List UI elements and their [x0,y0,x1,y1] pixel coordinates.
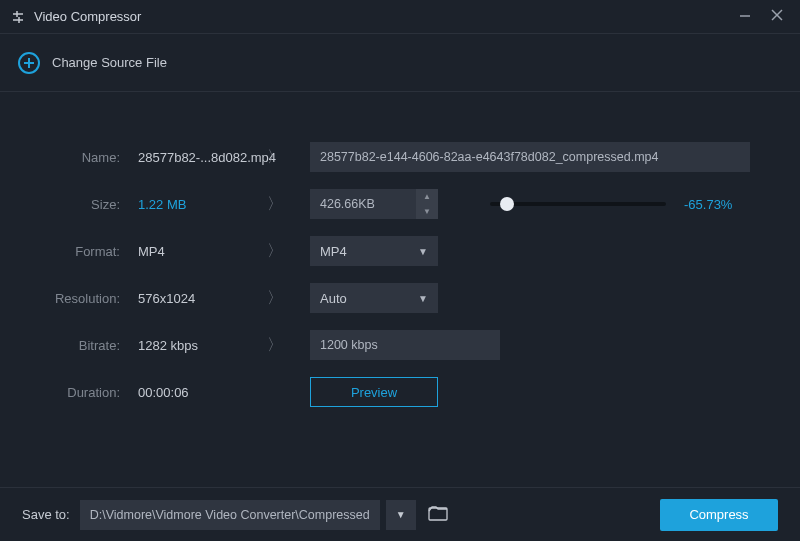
chevron-down-icon: ▼ [418,293,428,304]
size-slider[interactable] [490,202,666,206]
footer: Save to: D:\Vidmore\Vidmore Video Conver… [0,487,800,541]
step-down-icon[interactable]: ▼ [416,204,438,219]
name-label: Name: [0,150,120,165]
minimize-button[interactable] [738,8,752,26]
source-format: MP4 [120,244,240,259]
app-icon [10,9,26,25]
source-duration: 00:00:06 [120,385,240,400]
svg-rect-9 [429,508,447,520]
size-stepper[interactable]: ▲ ▼ [416,189,438,219]
bitrate-input[interactable] [310,330,500,360]
resolution-select-value: Auto [320,291,347,306]
format-label: Format: [0,244,120,259]
arrow-icon: 〉 [240,147,310,168]
source-name: 28577b82-...8d082.mp4 [120,150,240,165]
source-resolution: 576x1024 [120,291,240,306]
slider-thumb[interactable] [500,197,514,211]
saveto-dropdown[interactable]: ▼ [386,500,416,530]
titlebar: Video Compressor [0,0,800,34]
bitrate-label: Bitrate: [0,338,120,353]
chevron-down-icon: ▼ [396,509,406,520]
plus-circle-icon[interactable] [18,52,40,74]
preview-button[interactable]: Preview [310,377,438,407]
window-title: Video Compressor [34,9,738,24]
format-select-value: MP4 [320,244,347,259]
saveto-path[interactable]: D:\Vidmore\Vidmore Video Converter\Compr… [80,500,380,530]
open-folder-button[interactable] [428,505,450,525]
change-source-row[interactable]: Change Source File [0,34,800,92]
arrow-icon: 〉 [240,241,310,262]
chevron-down-icon: ▼ [418,246,428,257]
compress-button[interactable]: Compress [660,499,778,531]
saveto-label: Save to: [22,507,70,522]
duration-label: Duration: [0,385,120,400]
arrow-icon: 〉 [240,335,310,356]
source-bitrate: 1282 kbps [120,338,240,353]
change-source-label: Change Source File [52,55,167,70]
format-select[interactable]: MP4 ▼ [310,236,438,266]
resolution-select[interactable]: Auto ▼ [310,283,438,313]
arrow-icon: 〉 [240,288,310,309]
resolution-label: Resolution: [0,291,120,306]
size-percent: -65.73% [684,197,732,212]
step-up-icon[interactable]: ▲ [416,189,438,204]
output-name-input[interactable] [310,142,750,172]
settings-form: Name: 28577b82-...8d082.mp4 〉 Size: 1.22… [0,92,800,407]
close-button[interactable] [770,8,784,26]
source-size: 1.22 MB [120,197,240,212]
arrow-icon: 〉 [240,194,310,215]
size-label: Size: [0,197,120,212]
